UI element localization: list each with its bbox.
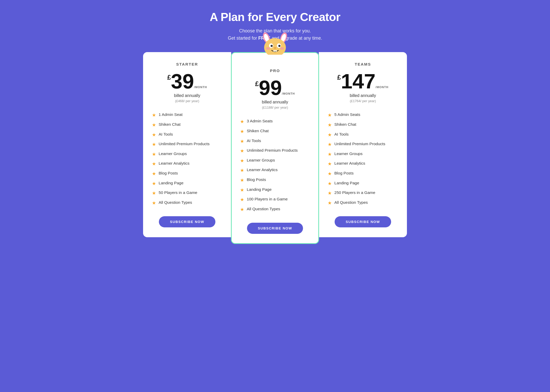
pro-plan-name: PRO — [240, 68, 310, 73]
pro-price: 99 — [259, 78, 282, 98]
list-item: ★AI Tools — [328, 130, 398, 140]
star-icon: ★ — [240, 206, 244, 213]
star-icon: ★ — [328, 132, 332, 138]
list-item: ★5 Admin Seats — [328, 110, 398, 120]
starter-plan-name: STARTER — [152, 62, 222, 66]
starter-billed: billed annually — [152, 93, 222, 98]
star-icon: ★ — [240, 187, 244, 193]
list-item: ★Blog Posts — [240, 175, 310, 185]
pro-per-month: /MONTH — [282, 92, 295, 95]
mascot — [261, 31, 289, 55]
list-item: ★Learner Analytics — [328, 159, 398, 169]
teams-features: ★5 Admin Seats ★Shiken Chat ★AI Tools ★U… — [328, 110, 398, 208]
star-icon: ★ — [240, 197, 244, 203]
list-item: ★Landing Page — [152, 179, 222, 188]
svg-point-11 — [274, 47, 276, 49]
star-icon: ★ — [240, 177, 244, 184]
list-item: ★Learner Analytics — [152, 159, 222, 169]
list-item: ★Unlimited Premium Products — [152, 139, 222, 149]
star-icon: ★ — [240, 148, 244, 154]
plan-card-starter: STARTER £ 39 /MONTH billed annually (£46… — [143, 52, 231, 237]
star-icon: ★ — [240, 167, 244, 174]
plan-card-pro: PRO £ 99 /MONTH billed annually (£1188/ … — [231, 52, 319, 244]
list-item: ★Shiken Chat — [152, 120, 222, 130]
svg-point-10 — [280, 47, 284, 50]
star-icon: ★ — [152, 132, 156, 138]
pro-currency: £ — [255, 81, 259, 87]
starter-per-month: /MONTH — [194, 86, 207, 89]
list-item: ★Learner Analytics — [240, 165, 310, 175]
teams-billed: billed annually — [328, 93, 398, 98]
list-item: ★50 Players in a Game — [152, 188, 222, 198]
starter-per-year: (£468/ per year) — [152, 99, 222, 103]
teams-currency: £ — [337, 74, 341, 81]
list-item: ★Landing Page — [328, 179, 398, 188]
pro-features: ★3 Admin Seats ★Shiken Chat ★AI Tools ★U… — [240, 117, 310, 214]
star-icon: ★ — [152, 112, 156, 118]
starter-price-area: £ 39 /MONTH — [152, 71, 222, 92]
star-icon: ★ — [328, 180, 332, 187]
plans-container: STARTER £ 39 /MONTH billed annually (£46… — [132, 52, 418, 244]
list-item: ★Shiken Chat — [328, 120, 398, 130]
star-icon: ★ — [152, 122, 156, 128]
list-item: ★Learner Groups — [240, 156, 310, 166]
star-icon: ★ — [328, 190, 332, 197]
list-item: ★1 Admin Seat — [152, 110, 222, 120]
plan-card-teams: TEAMS £ 147 /MONTH billed annually (£176… — [319, 52, 407, 237]
teams-price-area: £ 147 /MONTH — [328, 71, 398, 92]
list-item: ★All Question Types — [152, 198, 222, 208]
starter-subscribe-button[interactable]: SUBSCRIBE NOW — [159, 216, 215, 227]
svg-point-8 — [278, 45, 280, 47]
list-item: ★Blog Posts — [152, 169, 222, 179]
list-item: ★All Question Types — [240, 205, 310, 214]
star-icon: ★ — [240, 158, 244, 164]
list-item: ★100 Players in a Game — [240, 195, 310, 205]
list-item: ★AI Tools — [152, 130, 222, 140]
star-icon: ★ — [152, 200, 156, 206]
list-item: ★250 Players in a Game — [328, 188, 398, 198]
star-icon: ★ — [152, 161, 156, 167]
star-icon: ★ — [152, 180, 156, 187]
svg-rect-13 — [275, 50, 277, 52]
star-icon: ★ — [328, 151, 332, 158]
list-item: ★Learner Groups — [328, 149, 398, 159]
star-icon: ★ — [328, 200, 332, 206]
svg-point-9 — [266, 47, 270, 50]
page-title: A Plan for Every Creator — [210, 10, 340, 24]
teams-subscribe-button[interactable]: SUBSCRIBE NOW — [335, 216, 391, 227]
svg-rect-12 — [273, 50, 275, 52]
star-icon: ★ — [152, 171, 156, 177]
teams-per-month: /MONTH — [376, 86, 389, 89]
star-icon: ★ — [328, 112, 332, 118]
list-item: ★Blog Posts — [328, 169, 398, 179]
star-icon: ★ — [152, 190, 156, 197]
list-item: ★AI Tools — [240, 136, 310, 146]
svg-point-7 — [271, 45, 273, 47]
star-icon: ★ — [328, 122, 332, 128]
star-icon: ★ — [328, 141, 332, 148]
list-item: ★Unlimited Premium Products — [328, 139, 398, 149]
pro-per-year: (£1188/ per year) — [240, 106, 310, 109]
star-icon: ★ — [240, 118, 244, 125]
list-item: ★All Question Types — [328, 198, 398, 208]
list-item: ★3 Admin Seats — [240, 117, 310, 127]
teams-per-year: (£1764/ per year) — [328, 99, 398, 103]
starter-price: 39 — [171, 71, 194, 92]
list-item: ★Unlimited Premium Products — [240, 146, 310, 156]
starter-features: ★1 Admin Seat ★Shiken Chat ★AI Tools ★Un… — [152, 110, 222, 208]
list-item: ★Learner Groups — [152, 149, 222, 159]
starter-currency: £ — [167, 74, 171, 81]
star-icon: ★ — [328, 161, 332, 167]
pro-subscribe-button[interactable]: SUBSCRIBE NOW — [247, 223, 303, 234]
teams-plan-name: TEAMS — [328, 62, 398, 66]
star-icon: ★ — [240, 128, 244, 135]
subtitle-line2-prefix: Get started for — [228, 36, 258, 41]
pro-price-area: £ 99 /MONTH — [240, 78, 310, 98]
pro-billed: billed annually — [240, 100, 310, 104]
star-icon: ★ — [152, 141, 156, 148]
star-icon: ★ — [328, 171, 332, 177]
star-icon: ★ — [152, 151, 156, 158]
list-item: ★Shiken Chat — [240, 127, 310, 136]
star-icon: ★ — [240, 138, 244, 145]
teams-price: 147 — [341, 71, 375, 92]
